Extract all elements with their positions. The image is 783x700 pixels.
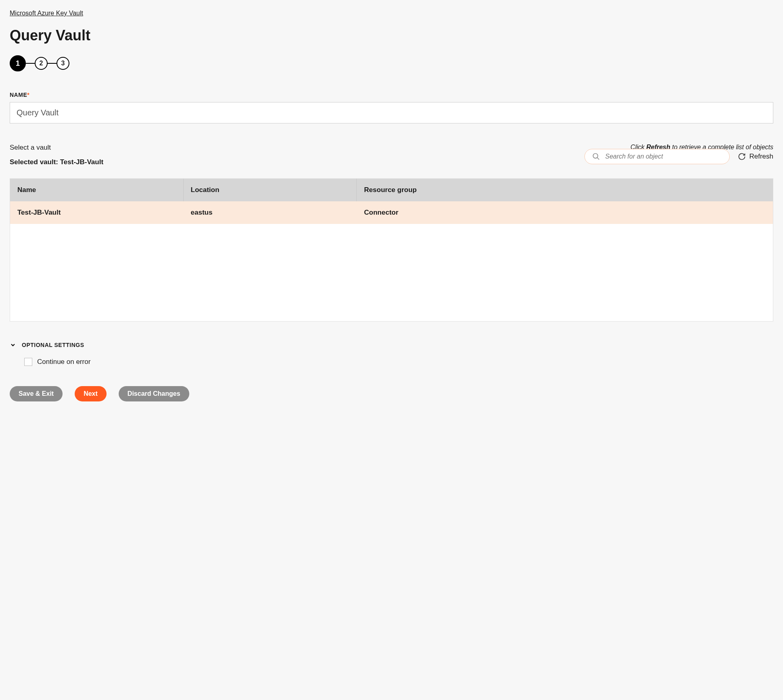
table-row[interactable]: Test-JB-Vault eastus Connector bbox=[10, 201, 773, 224]
search-box[interactable] bbox=[584, 149, 730, 164]
next-button[interactable]: Next bbox=[75, 386, 107, 401]
step-connector bbox=[26, 63, 35, 64]
page-title: Query Vault bbox=[10, 27, 773, 44]
step-2[interactable]: 2 bbox=[35, 57, 48, 70]
col-resource-group[interactable]: Resource group bbox=[357, 179, 773, 201]
save-exit-button[interactable]: Save & Exit bbox=[10, 386, 63, 401]
name-input[interactable] bbox=[10, 102, 773, 123]
chevron-down-icon bbox=[10, 342, 16, 348]
vault-table: Name Location Resource group Test-JB-Vau… bbox=[10, 178, 773, 322]
refresh-icon bbox=[738, 153, 746, 161]
discard-changes-button[interactable]: Discard Changes bbox=[119, 386, 189, 401]
optional-settings-toggle[interactable]: OPTIONAL SETTINGS bbox=[10, 342, 773, 348]
cell-resource-group: Connector bbox=[357, 201, 773, 224]
stepper: 1 2 3 bbox=[10, 55, 773, 71]
col-name[interactable]: Name bbox=[10, 179, 184, 201]
step-3[interactable]: 3 bbox=[57, 57, 69, 70]
cell-name: Test-JB-Vault bbox=[10, 201, 184, 224]
step-connector bbox=[48, 63, 57, 64]
step-1[interactable]: 1 bbox=[10, 55, 26, 71]
continue-on-error-checkbox[interactable] bbox=[24, 358, 32, 366]
table-header-row: Name Location Resource group bbox=[10, 179, 773, 201]
search-icon bbox=[592, 153, 600, 161]
svg-line-1 bbox=[597, 158, 599, 160]
name-field-label: NAME* bbox=[10, 92, 773, 98]
svg-point-0 bbox=[593, 154, 598, 159]
cell-location: eastus bbox=[184, 201, 357, 224]
breadcrumb[interactable]: Microsoft Azure Key Vault bbox=[10, 10, 83, 17]
col-location[interactable]: Location bbox=[184, 179, 357, 201]
selected-vault: Selected vault: Test-JB-Vault bbox=[10, 158, 103, 166]
select-vault-label: Select a vault bbox=[10, 144, 103, 152]
refresh-button[interactable]: Refresh bbox=[738, 153, 773, 161]
continue-on-error-label: Continue on error bbox=[37, 358, 90, 366]
search-input[interactable] bbox=[605, 153, 722, 160]
